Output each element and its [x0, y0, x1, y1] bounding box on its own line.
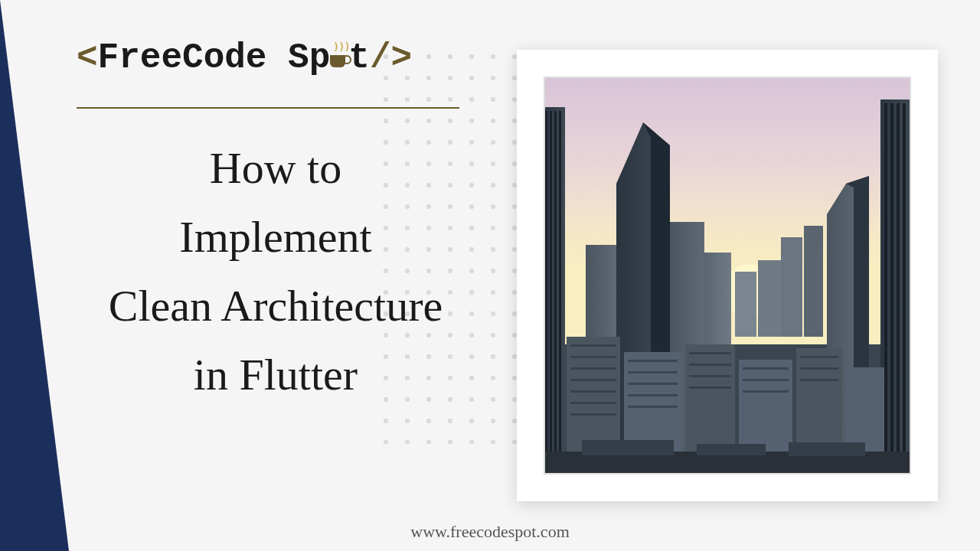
svg-rect-35 [570, 402, 616, 404]
svg-rect-55 [789, 442, 865, 456]
title-line-4: in Flutter [61, 341, 490, 409]
svg-rect-36 [570, 413, 616, 416]
cityscape-image [544, 77, 911, 474]
coffee-mug-icon: ))) [328, 47, 350, 69]
svg-rect-38 [628, 371, 678, 373]
svg-rect-37 [628, 360, 678, 362]
svg-rect-23 [735, 272, 756, 337]
svg-rect-34 [570, 390, 616, 393]
hero-image-frame [517, 50, 938, 501]
footer-url: www.freecodespot.com [410, 522, 570, 542]
svg-rect-50 [800, 367, 838, 370]
svg-rect-49 [800, 356, 838, 358]
svg-rect-20 [781, 237, 802, 337]
svg-rect-47 [743, 379, 789, 381]
title-line-1: How to [61, 134, 490, 203]
svg-rect-32 [570, 367, 616, 370]
svg-rect-22 [758, 260, 781, 337]
svg-rect-41 [628, 406, 678, 408]
svg-rect-31 [570, 356, 616, 358]
svg-rect-44 [689, 375, 731, 377]
brand-logo: <FreeCode Sp)))t/> [77, 38, 412, 78]
angle-bracket-open: < [77, 38, 98, 78]
svg-rect-16 [897, 103, 900, 471]
svg-rect-30 [570, 344, 616, 347]
svg-rect-51 [800, 379, 838, 381]
svg-rect-5 [550, 111, 552, 471]
page-title: How to Implement Clean Architecture in F… [61, 134, 490, 409]
title-line-2: Implement [61, 203, 490, 272]
svg-rect-43 [689, 364, 731, 366]
logo-text-freecode: FreeCode Sp [98, 38, 331, 78]
svg-rect-53 [582, 440, 674, 455]
logo-underline [77, 107, 459, 109]
svg-rect-4 [545, 111, 547, 471]
svg-rect-7 [559, 111, 561, 471]
svg-rect-21 [804, 226, 823, 337]
angle-bracket-close: /> [370, 38, 412, 78]
svg-rect-54 [697, 444, 766, 455]
svg-rect-14 [884, 103, 887, 471]
svg-rect-46 [743, 367, 789, 370]
svg-rect-6 [554, 111, 557, 471]
svg-rect-15 [890, 103, 893, 471]
title-line-3: Clean Architecture [61, 272, 490, 341]
accent-triangle [0, 0, 69, 551]
svg-rect-39 [628, 383, 678, 385]
svg-rect-40 [628, 394, 678, 396]
svg-rect-17 [903, 103, 906, 471]
svg-rect-45 [689, 386, 731, 389]
svg-rect-33 [570, 379, 616, 381]
logo-text-t: t [348, 38, 370, 78]
svg-rect-48 [743, 390, 789, 393]
svg-rect-42 [689, 352, 731, 354]
